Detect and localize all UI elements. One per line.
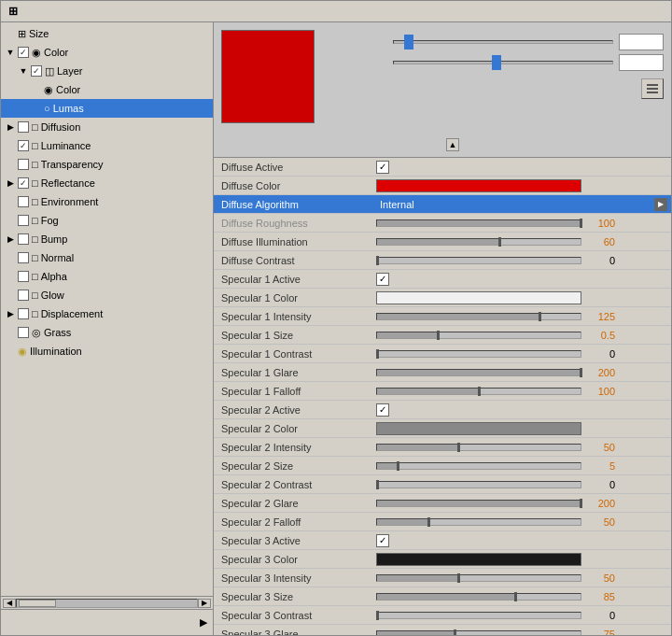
prop-row-14[interactable]: Specular 2 Color: [214, 419, 671, 438]
tree-item-illumination[interactable]: ◉Illumination: [1, 342, 213, 360]
prop-row-17[interactable]: Specular 2 Contrast0: [214, 475, 671, 494]
properties-area[interactable]: Diffuse ActiveDiffuse ColorDiffuse Algor…: [214, 158, 671, 635]
tree-item-bump[interactable]: □Bump: [1, 230, 213, 248]
scroll-track[interactable]: [16, 599, 198, 608]
checkbox-diffusion[interactable]: [18, 121, 29, 133]
blur-scale-slider[interactable]: [393, 55, 613, 70]
scroll-right-arrow[interactable]: ▶: [198, 599, 211, 608]
prop-row-6[interactable]: Specular 1 Active: [214, 270, 671, 289]
prop-row-10[interactable]: Specular 1 Contrast0: [214, 345, 671, 363]
prop-row-22[interactable]: Specular 3 Intensity50: [214, 569, 671, 587]
prop-checkbox-6[interactable]: [376, 273, 389, 286]
tree-item-glow[interactable]: □Glow: [1, 286, 213, 304]
checkbox-bump[interactable]: [18, 233, 29, 245]
color-swatch-7[interactable]: [376, 291, 581, 304]
checkbox-reflectance[interactable]: [18, 177, 29, 189]
prop-row-11[interactable]: Specular 1 Glare200: [214, 363, 671, 382]
prop-row-7[interactable]: Specular 1 Color: [214, 289, 671, 307]
color-swatch-14[interactable]: [376, 422, 581, 435]
prop-row-23[interactable]: Specular 3 Size85: [214, 587, 671, 606]
match-settings-bar[interactable]: ▶: [1, 609, 213, 635]
prop-row-21[interactable]: Specular 3 Color: [214, 550, 671, 569]
prop-row-13[interactable]: Specular 2 Active: [214, 401, 671, 419]
tree-item-normal[interactable]: □Normal: [1, 248, 213, 267]
color-swatch-21[interactable]: [376, 553, 581, 566]
slider-18[interactable]: [376, 500, 581, 507]
tree-item-alpha[interactable]: □Alpha: [1, 267, 213, 286]
slider-19[interactable]: [376, 518, 581, 526]
slider-17[interactable]: [376, 481, 581, 488]
prop-row-0[interactable]: Diffuse Active: [214, 158, 671, 177]
prop-row-24[interactable]: Specular 3 Contrast0: [214, 606, 671, 625]
checkbox-luminance[interactable]: [18, 140, 29, 151]
slider-12[interactable]: [376, 388, 581, 395]
tree-item-layer[interactable]: ◫Layer: [1, 62, 213, 80]
prop-row-1[interactable]: Diffuse Color: [214, 177, 671, 195]
prop-checkbox-0[interactable]: [376, 161, 389, 174]
prop-row-20[interactable]: Specular 3 Active: [214, 531, 671, 550]
tree-item-luminance[interactable]: □Luminance: [1, 136, 213, 155]
prop-row-12[interactable]: Specular 1 Falloff100: [214, 382, 671, 401]
checkbox-layer[interactable]: [31, 65, 42, 77]
prop-row-15[interactable]: Specular 2 Intensity50: [214, 438, 671, 457]
prop-row-5[interactable]: Diffuse Contrast0: [214, 251, 671, 270]
expand-arrow-bump[interactable]: [5, 233, 16, 245]
checkbox-glow[interactable]: [18, 290, 29, 301]
blur-offset-slider[interactable]: [393, 35, 613, 49]
horizontal-scrollbar[interactable]: ◀ ▶: [1, 596, 213, 609]
tree-item-size[interactable]: ⊞Size: [1, 24, 213, 43]
tree-item-environment[interactable]: □Environment: [1, 192, 213, 211]
checkbox-transparency[interactable]: [18, 159, 29, 170]
tree-item-displacement[interactable]: □Displacement: [1, 304, 213, 323]
slider-5[interactable]: [376, 257, 581, 264]
slider-22[interactable]: [376, 574, 581, 582]
blur-offset-value[interactable]: [619, 34, 664, 50]
slider-24[interactable]: [376, 612, 581, 619]
slider-23[interactable]: [376, 593, 581, 601]
tree-item-reflectance[interactable]: □Reflectance: [1, 174, 213, 192]
slider-8[interactable]: [376, 313, 581, 320]
prop-row-9[interactable]: Specular 1 Size0.5: [214, 326, 671, 345]
tree-item-diffusion[interactable]: □Diffusion: [1, 118, 213, 136]
settings-icon-button[interactable]: [641, 78, 664, 99]
slider-25[interactable]: [376, 630, 581, 636]
slider-9[interactable]: [376, 332, 581, 339]
slider-15[interactable]: [376, 444, 581, 451]
select-value-2[interactable]: Internal: [376, 199, 654, 210]
blur-offset-thumb[interactable]: [404, 35, 413, 49]
tree-item-color[interactable]: ◉Color: [1, 43, 213, 62]
checkbox-color[interactable]: [18, 47, 29, 58]
scroll-left-arrow[interactable]: ◀: [3, 599, 16, 608]
prop-row-18[interactable]: Specular 2 Glare200: [214, 494, 671, 513]
slider-4[interactable]: [376, 238, 581, 246]
slider-10[interactable]: [376, 350, 581, 358]
scroll-thumb[interactable]: [19, 600, 56, 607]
blur-scale-thumb[interactable]: [492, 55, 501, 70]
expand-arrow-reflectance[interactable]: [5, 177, 16, 189]
blur-scale-value[interactable]: [619, 54, 664, 71]
slider-16[interactable]: [376, 462, 581, 470]
scroll-up-arrow[interactable]: ▲: [446, 138, 459, 151]
prop-row-16[interactable]: Specular 2 Size5: [214, 457, 671, 475]
tree-item-lumas[interactable]: ○Lumas: [1, 99, 213, 118]
color-swatch-1[interactable]: [376, 179, 581, 192]
checkbox-fog[interactable]: [18, 215, 29, 226]
prop-row-2[interactable]: Diffuse AlgorithmInternal▶: [214, 195, 671, 214]
checkbox-environment[interactable]: [18, 196, 29, 207]
prop-row-4[interactable]: Diffuse Illumination60: [214, 233, 671, 251]
prop-row-25[interactable]: Specular 3 Glare75: [214, 625, 671, 635]
checkbox-normal[interactable]: [18, 252, 29, 263]
expand-arrow-color[interactable]: [5, 47, 16, 58]
prop-checkbox-13[interactable]: [376, 403, 389, 417]
prop-checkbox-20[interactable]: [376, 534, 389, 547]
prop-row-19[interactable]: Specular 2 Falloff50: [214, 513, 671, 531]
slider-11[interactable]: [376, 369, 581, 376]
prop-row-3[interactable]: Diffuse Roughness100: [214, 214, 671, 233]
checkbox-alpha[interactable]: [18, 271, 29, 282]
slider-3[interactable]: [376, 219, 581, 227]
expand-arrow-diffusion[interactable]: [5, 121, 16, 133]
prop-row-8[interactable]: Specular 1 Intensity125: [214, 307, 671, 326]
checkbox-displacement[interactable]: [18, 308, 29, 319]
tree-item-fog[interactable]: □Fog: [1, 211, 213, 230]
tree-item-color-sub[interactable]: ◉Color: [1, 80, 213, 99]
